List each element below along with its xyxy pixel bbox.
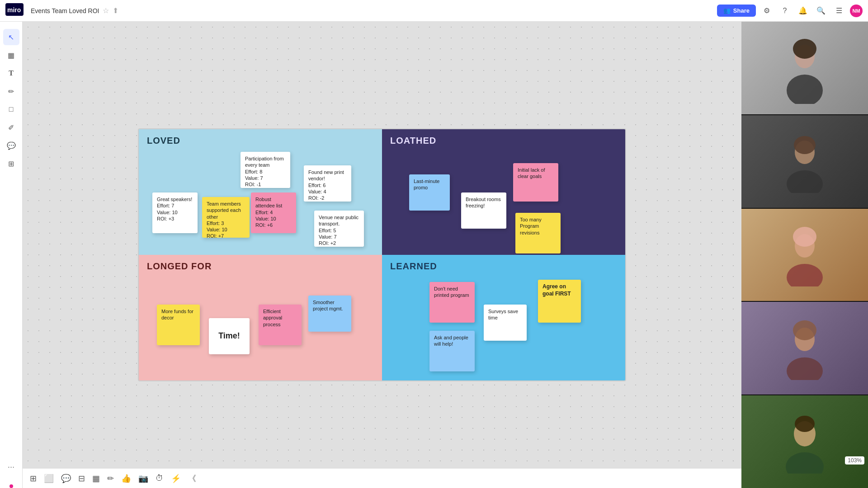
sticky-breakout-rooms[interactable]: Breakout rooms freezing! — [461, 192, 506, 229]
video-participant-2 — [741, 115, 868, 209]
top-bar: miro Events Team Loved ROI ☆ ⬆ 👥 Share ⚙… — [0, 0, 868, 22]
help-icon[interactable]: ? — [778, 4, 792, 18]
sticky-team-members[interactable]: Team members supported each otherEffort:… — [202, 197, 250, 238]
notification-dot — [9, 484, 13, 488]
svg-point-13 — [793, 320, 816, 340]
share-upload-icon[interactable]: ⬆ — [113, 6, 118, 15]
sidebar-item-draw[interactable]: ✏ — [3, 83, 19, 99]
quadrant-loathed: LOATHED Last-minute promo Breakout rooms… — [382, 129, 625, 255]
sidebar-item-frames[interactable]: ⊞ — [3, 155, 19, 172]
sticky-great-speakers[interactable]: Great speakers!Effort: 7Value: 10ROI: +3 — [152, 192, 198, 233]
toolbar-frames-icon[interactable]: ⊞ — [30, 474, 37, 483]
sticky-initial-lack-goals[interactable]: Initial lack of clear goals — [513, 163, 558, 202]
sidebar-item-text[interactable]: T — [3, 65, 19, 81]
quadrant-loved: LOVED Great speakers!Effort: 7Value: 10R… — [139, 129, 382, 255]
toolbar-timer-icon[interactable]: ⏱ — [156, 474, 164, 483]
sidebar-item-comment[interactable]: 💬 — [3, 137, 19, 154]
search-icon[interactable]: 🔍 — [814, 4, 828, 18]
svg-point-16 — [795, 416, 815, 432]
zoom-level: 103% — [845, 456, 864, 465]
loathed-label: LOATHED — [390, 136, 436, 146]
svg-point-10 — [793, 227, 816, 247]
sticky-surveys-save-time[interactable]: Surveys save time — [484, 305, 527, 341]
doc-title[interactable]: Events Team Loved ROI — [31, 7, 99, 14]
participant-4-silhouette — [741, 302, 868, 394]
sticky-venue-transport[interactable]: Venue near public transport.Effort: 5Val… — [314, 211, 364, 247]
loved-label: LOVED — [147, 136, 180, 146]
sticky-participation[interactable]: Participation from every teamEffort: 8Va… — [241, 152, 290, 188]
logo: miro — [5, 3, 24, 19]
quadrant-learned: LEARNED Don't need printed program Ask a… — [382, 255, 625, 380]
sticky-no-printed-program[interactable]: Don't need printed program — [429, 282, 475, 323]
toolbar-screen-icon[interactable]: ⬜ — [44, 474, 54, 483]
svg-point-9 — [787, 264, 823, 286]
participant-5-silhouette — [741, 395, 868, 488]
widgets-icon[interactable]: ⚙ — [760, 4, 774, 18]
svg-point-15 — [786, 452, 824, 474]
sidebar-item-shapes[interactable]: □ — [3, 101, 19, 117]
sticky-more-funds[interactable]: More funds for decor — [157, 305, 200, 345]
sticky-program-revisions[interactable]: Too many Program revisions — [515, 213, 561, 253]
video-participant-1 — [741, 22, 868, 115]
share-button[interactable]: 👥 Share — [717, 5, 756, 17]
toolbar-chat-icon[interactable]: 💬 — [61, 474, 71, 483]
sticky-robust-attendee[interactable]: Robust attendee listEffort: 4Value: 10RO… — [251, 192, 296, 233]
board: LOVED Great speakers!Effort: 7Value: 10R… — [138, 128, 626, 381]
title-star-icon[interactable]: ☆ — [103, 6, 109, 15]
sticky-ask-people-help[interactable]: Ask and people will help! — [429, 331, 475, 371]
toolbar-camera-icon[interactable]: 📷 — [138, 474, 148, 483]
sticky-smoother-project[interactable]: Smoother project mgmt. — [308, 296, 351, 332]
sidebar-item-cursor[interactable]: ↖ — [3, 29, 19, 45]
menu-icon[interactable]: ☰ — [832, 4, 846, 18]
longed-label: LONGED FOR — [147, 261, 212, 272]
toolbar-layout-icon[interactable]: ⊟ — [78, 474, 85, 483]
toolbar-edit-icon[interactable]: ✏ — [107, 474, 114, 483]
participant-1-silhouette — [741, 22, 868, 114]
svg-point-4 — [793, 39, 816, 59]
svg-point-7 — [794, 136, 816, 154]
quadrant-longed: LONGED FOR More funds for decor Time! Ef… — [139, 255, 382, 380]
sidebar-item-boards[interactable]: ▦ — [3, 47, 19, 63]
video-participant-5 — [741, 395, 868, 488]
participant-3-silhouette — [741, 209, 868, 301]
sticky-efficient-approval[interactable]: Efficient approval process — [259, 305, 302, 345]
notifications-icon[interactable]: 🔔 — [796, 4, 810, 18]
share-icon: 👥 — [723, 7, 731, 14]
video-participant-4 — [741, 302, 868, 395]
left-sidebar: ↖ ▦ T ✏ □ ✐ 💬 ⊞ … — [0, 22, 23, 488]
sticky-time[interactable]: Time! — [209, 318, 250, 354]
toolbar-grid-icon[interactable]: ▦ — [92, 474, 100, 483]
video-participant-3 — [741, 209, 868, 302]
sidebar-item-pencil[interactable]: ✐ — [3, 119, 19, 136]
topbar-right: 👥 Share ⚙ ? 🔔 🔍 ☰ NM — [717, 4, 863, 18]
svg-point-3 — [787, 75, 823, 104]
toolbar-collapse-icon[interactable]: 《 — [188, 473, 196, 484]
avatar: NM — [850, 5, 863, 17]
sticky-print-vendor[interactable]: Found new print vendor!Effort: 6Value: 4… — [304, 165, 351, 202]
svg-text:miro: miro — [7, 6, 21, 14]
canvas[interactable]: LOVED Great speakers!Effort: 7Value: 10R… — [23, 22, 741, 488]
sticky-agree-goal-first[interactable]: Agree on goal FIRST — [538, 280, 581, 323]
toolbar-bolt-icon[interactable]: ⚡ — [171, 474, 181, 483]
svg-point-12 — [787, 357, 823, 380]
svg-point-6 — [787, 170, 823, 193]
sidebar-item-more[interactable]: … — [3, 457, 19, 474]
sticky-lastminute-promo[interactable]: Last-minute promo — [409, 174, 450, 211]
learned-label: LEARNED — [390, 261, 437, 272]
participant-2-silhouette — [741, 115, 868, 208]
toolbar-like-icon[interactable]: 👍 — [121, 474, 131, 483]
video-panel — [741, 22, 868, 488]
